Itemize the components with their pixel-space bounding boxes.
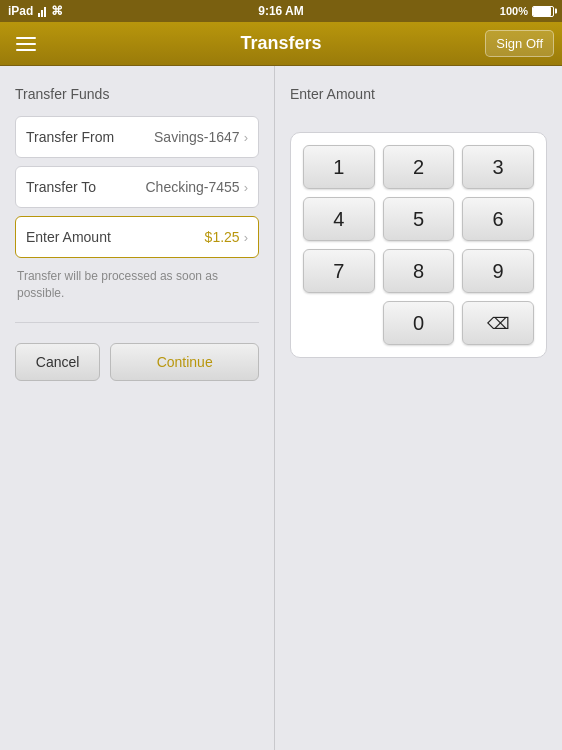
numpad-key-4[interactable]: 4: [303, 197, 375, 241]
numpad-key-1[interactable]: 1: [303, 145, 375, 189]
numpad: 1234567890⌫: [290, 132, 547, 358]
signal-icon: [38, 5, 46, 17]
menu-line: [16, 37, 36, 39]
menu-line: [16, 43, 36, 45]
enter-amount-value: $1.25 ›: [205, 229, 248, 245]
status-bar: iPad ⌘ 9:16 AM 100%: [0, 0, 562, 22]
menu-button[interactable]: [8, 26, 44, 62]
empty-key: [303, 301, 375, 345]
transfer-to-value: Checking-7455 ›: [145, 179, 248, 195]
chevron-right-icon: ›: [244, 230, 248, 245]
cancel-button[interactable]: Cancel: [15, 343, 100, 381]
helper-text: Transfer will be processed as soon as po…: [17, 268, 257, 302]
enter-amount-label: Enter Amount: [26, 229, 111, 245]
backspace-key[interactable]: ⌫: [462, 301, 534, 345]
status-left: iPad ⌘: [8, 4, 63, 18]
main-content: Transfer Funds Transfer From Savings-164…: [0, 66, 562, 750]
numpad-grid: 1234567890⌫: [303, 145, 534, 345]
enter-amount-title: Enter Amount: [290, 86, 547, 102]
numpad-key-3[interactable]: 3: [462, 145, 534, 189]
battery-label: 100%: [500, 5, 528, 17]
battery-icon: [532, 6, 554, 17]
numpad-key-6[interactable]: 6: [462, 197, 534, 241]
wifi-icon: ⌘: [51, 4, 63, 18]
status-right: 100%: [500, 5, 554, 17]
numpad-key-7[interactable]: 7: [303, 249, 375, 293]
chevron-right-icon: ›: [244, 130, 248, 145]
transfer-from-value: Savings-1647 ›: [154, 129, 248, 145]
status-time: 9:16 AM: [258, 4, 304, 18]
sign-off-button[interactable]: Sign Off: [485, 30, 554, 57]
numpad-key-2[interactable]: 2: [383, 145, 455, 189]
numpad-key-8[interactable]: 8: [383, 249, 455, 293]
numpad-key-9[interactable]: 9: [462, 249, 534, 293]
numpad-key-0[interactable]: 0: [383, 301, 455, 345]
nav-bar: Transfers Sign Off: [0, 22, 562, 66]
chevron-right-icon: ›: [244, 180, 248, 195]
divider: [15, 322, 259, 323]
transfer-funds-title: Transfer Funds: [15, 86, 259, 102]
action-buttons: Cancel Continue: [15, 343, 259, 381]
transfer-from-field[interactable]: Transfer From Savings-1647 ›: [15, 116, 259, 158]
transfer-to-label: Transfer To: [26, 179, 96, 195]
transfer-to-field[interactable]: Transfer To Checking-7455 ›: [15, 166, 259, 208]
numpad-key-5[interactable]: 5: [383, 197, 455, 241]
device-label: iPad: [8, 4, 33, 18]
right-panel: Enter Amount 1234567890⌫: [275, 66, 562, 750]
page-title: Transfers: [240, 33, 321, 54]
continue-button[interactable]: Continue: [110, 343, 259, 381]
left-panel: Transfer Funds Transfer From Savings-164…: [0, 66, 275, 750]
enter-amount-field[interactable]: Enter Amount $1.25 ›: [15, 216, 259, 258]
menu-line: [16, 49, 36, 51]
transfer-from-label: Transfer From: [26, 129, 114, 145]
